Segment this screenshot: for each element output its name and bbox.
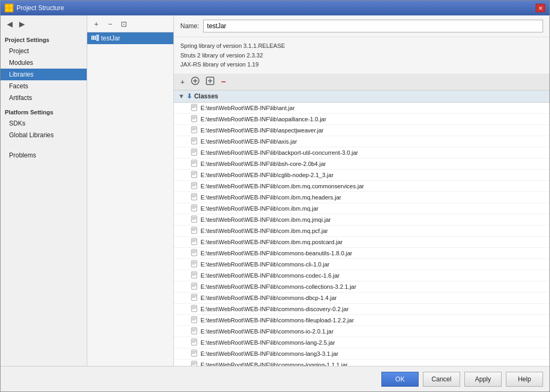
svg-rect-52 (192, 207, 196, 207)
tree-item-path: E:\test\WebRoot\WEB-INF\lib\backport-uti… (201, 149, 358, 156)
tree-item[interactable]: E:\test\WebRoot\WEB-INF\lib\aspectjweave… (174, 125, 549, 136)
main-content: ◀ ▶ Project Settings Project Modules Lib… (1, 15, 549, 366)
svg-rect-3 (10, 9, 12, 11)
tree-item[interactable]: E:\test\WebRoot\WEB-INF\lib\commons-dbcp… (174, 293, 549, 304)
tree-item-path: E:\test\WebRoot\WEB-INF\lib\com.ibm.mq.p… (201, 239, 343, 245)
svg-rect-103 (192, 351, 196, 352)
apply-button[interactable]: Apply (464, 372, 502, 387)
tree-item[interactable]: E:\test\WebRoot\WEB-INF\lib\axis.jar (174, 136, 549, 147)
sidebar-item-artifacts[interactable]: Artifacts (1, 92, 87, 104)
footer: OK Cancel Apply Help (1, 366, 549, 391)
sidebar-item-problems[interactable]: Problems (1, 149, 87, 161)
sidebar-item-project[interactable]: Project (1, 45, 87, 57)
svg-rect-6 (95, 36, 96, 40)
sidebar-item-global-libraries[interactable]: Global Libraries (1, 129, 87, 141)
jar-file-icon (191, 137, 197, 146)
back-button[interactable]: ◀ (5, 19, 15, 29)
svg-rect-96 (192, 330, 196, 330)
tree-item[interactable]: E:\test\WebRoot\WEB-INF\lib\com.ibm.mq.c… (174, 181, 549, 192)
svg-rect-36 (192, 162, 196, 163)
tree-item[interactable]: E:\test\WebRoot\WEB-INF\lib\commons-cli-… (174, 259, 549, 270)
sidebar-item-modules[interactable]: Modules (1, 57, 87, 69)
svg-rect-59 (192, 228, 196, 229)
tree-item[interactable]: E:\test\WebRoot\WEB-INF\lib\commons-code… (174, 270, 549, 281)
close-button[interactable]: ✕ (536, 4, 545, 12)
tree-item-path: E:\test\WebRoot\WEB-INF\lib\commons-bean… (201, 250, 352, 256)
remove-class-button[interactable]: − (219, 76, 228, 88)
remove-library-button[interactable]: − (104, 18, 116, 30)
copy-library-button[interactable]: ⊡ (118, 18, 130, 30)
app-icon (5, 4, 13, 12)
tree-item[interactable]: E:\test\WebRoot\WEB-INF\lib\commons-bean… (174, 248, 549, 259)
svg-rect-60 (192, 229, 196, 230)
svg-rect-64 (192, 240, 196, 241)
svg-rect-76 (192, 274, 196, 274)
svg-rect-73 (192, 264, 195, 264)
library-list-item[interactable]: testJar (87, 32, 173, 44)
tree-item[interactable]: E:\test\WebRoot\WEB-INF\lib\com.ibm.mq.h… (174, 192, 549, 203)
tree-item-path: E:\test\WebRoot\WEB-INF\lib\commons-coll… (201, 283, 356, 290)
nav-toolbar: ◀ ▶ (1, 15, 87, 32)
svg-rect-79 (192, 284, 196, 285)
collapse-arrow[interactable]: ▼ (178, 93, 185, 100)
svg-rect-91 (192, 318, 196, 318)
tree-item[interactable]: E:\test\WebRoot\WEB-INF\lib\com.ibm.mq.j… (174, 214, 549, 226)
tree-item[interactable]: E:\test\WebRoot\WEB-INF\lib\bsh-core-2.0… (174, 159, 549, 170)
tree-item[interactable]: E:\test\WebRoot\WEB-INF\lib\commons-lang… (174, 348, 549, 360)
svg-rect-39 (192, 172, 196, 173)
library-name: testJar (101, 35, 120, 42)
svg-rect-0 (6, 5, 9, 7)
tree-item[interactable]: E:\test\WebRoot\WEB-INF\lib\aopalliance-… (174, 114, 549, 125)
tree-item[interactable]: E:\test\WebRoot\WEB-INF\lib\com.ibm.mq.p… (174, 226, 549, 237)
svg-rect-93 (192, 320, 195, 320)
svg-rect-69 (192, 253, 195, 253)
platform-settings-header: Platform Settings (1, 104, 87, 118)
library-list-panel: + − ⊡ testJar (87, 15, 174, 366)
tree-item[interactable]: E:\test\WebRoot\WEB-INF\lib\com.ibm.mq.j… (174, 203, 549, 214)
ok-button[interactable]: OK (381, 372, 419, 387)
jar-file-icon (191, 282, 197, 291)
cancel-button[interactable]: Cancel (423, 372, 460, 387)
add-special-button[interactable] (189, 76, 202, 88)
svg-rect-99 (192, 340, 196, 340)
tree-item[interactable]: E:\test\WebRoot\WEB-INF\lib\cglib-nodep-… (174, 170, 549, 181)
name-input[interactable] (203, 20, 543, 32)
sidebar-item-libraries[interactable]: Libraries (1, 69, 87, 80)
tree-item[interactable]: E:\test\WebRoot\WEB-INF\lib\com.ibm.mq.p… (174, 237, 549, 248)
forward-button[interactable]: ▶ (17, 19, 27, 29)
tree-item-path: E:\test\WebRoot\WEB-INF\lib\commons-file… (201, 317, 354, 323)
jar-file-icon (191, 305, 197, 313)
svg-rect-84 (192, 296, 196, 297)
tree-item-path: E:\test\WebRoot\WEB-INF\lib\com.ibm.mq.j… (201, 205, 319, 212)
svg-rect-105 (192, 353, 195, 354)
tree-item[interactable]: E:\test\WebRoot\WEB-INF\lib\commons-coll… (174, 281, 549, 293)
tree-item[interactable]: E:\test\WebRoot\WEB-INF\lib\commons-disc… (174, 304, 549, 315)
tree-item[interactable]: E:\test\WebRoot\WEB-INF\lib\commons-io-2… (174, 326, 549, 337)
tree-item[interactable]: E:\test\WebRoot\WEB-INF\lib\ant.jar (174, 103, 549, 114)
sidebar-item-facets[interactable]: Facets (1, 80, 87, 92)
add-special2-button[interactable] (204, 76, 216, 88)
add-class-button[interactable]: + (178, 77, 187, 87)
jar-file-icon (191, 238, 197, 246)
tree-item[interactable]: E:\test\WebRoot\WEB-INF\lib\backport-uti… (174, 147, 549, 159)
svg-rect-47 (192, 195, 196, 195)
sidebar-item-sdks[interactable]: SDKs (1, 118, 87, 129)
svg-rect-104 (192, 352, 196, 353)
project-settings-header: Project Settings (1, 32, 87, 45)
tree-item-path: E:\test\WebRoot\WEB-INF\lib\commons-code… (201, 272, 339, 279)
jar-file-icon (191, 115, 197, 123)
tree-item[interactable]: E:\test\WebRoot\WEB-INF\lib\commons-lang… (174, 337, 549, 348)
svg-rect-80 (192, 285, 196, 286)
jar-file-icon (191, 215, 197, 224)
add-library-button[interactable]: + (90, 18, 102, 30)
svg-rect-41 (192, 174, 195, 175)
title-bar: Project Structure ✕ (1, 1, 549, 15)
jar-file-icon (191, 160, 197, 168)
tree-items-container: E:\test\WebRoot\WEB-INF\lib\ant.jarE:\te… (174, 103, 549, 366)
jar-file-icon (191, 361, 197, 366)
tree-item[interactable]: E:\test\WebRoot\WEB-INF\lib\commons-file… (174, 315, 549, 326)
info-line-1: Spring library of version 3.1.1.RELEASE (180, 41, 543, 51)
tree-item[interactable]: E:\test\WebRoot\WEB-INF\lib\commons-logg… (174, 360, 549, 366)
svg-rect-71 (192, 262, 196, 262)
help-button[interactable]: Help (506, 372, 543, 387)
